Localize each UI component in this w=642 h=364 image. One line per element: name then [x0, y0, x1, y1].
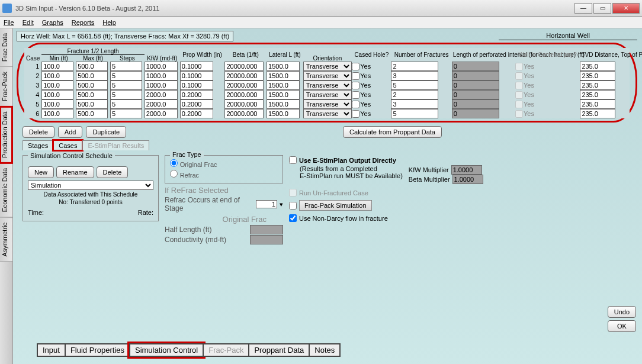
max-input[interactable]: [76, 71, 108, 80]
minimize-button[interactable]: —: [574, 3, 592, 14]
propw-input[interactable]: [180, 62, 213, 71]
btab-notes[interactable]: Notes: [309, 343, 341, 357]
sidetab-fracdata[interactable]: Frac Data: [0, 28, 12, 67]
numfrac-input[interactable]: [391, 62, 438, 71]
radio-original-frac[interactable]: Original Frac: [170, 159, 278, 169]
kfw-input[interactable]: [145, 62, 178, 71]
min-input[interactable]: [41, 109, 73, 118]
lateral-input[interactable]: [267, 71, 300, 80]
tvd-input[interactable]: [580, 99, 615, 109]
subtab-cases[interactable]: Cases: [53, 140, 82, 150]
lateral-input[interactable]: [267, 62, 300, 71]
cased-checkbox[interactable]: [352, 82, 359, 89]
maximize-button[interactable]: ▭: [593, 3, 611, 14]
numfrac-input[interactable]: [391, 99, 438, 109]
menu-edit[interactable]: Edit: [23, 19, 34, 26]
numfrac-input[interactable]: [391, 90, 438, 99]
steps-input[interactable]: [110, 62, 142, 71]
scs-select[interactable]: Simulation: [28, 181, 153, 190]
lateral-input[interactable]: [267, 109, 300, 118]
numfrac-input[interactable]: [391, 71, 438, 80]
undo-button[interactable]: Undo: [608, 306, 636, 318]
delete-button[interactable]: Delete: [23, 126, 54, 138]
kfw-input[interactable]: [145, 90, 178, 99]
propw-input[interactable]: [180, 80, 213, 90]
orientation-select[interactable]: Transverse: [303, 90, 352, 99]
btab-input[interactable]: Input: [37, 343, 66, 357]
tvd-input[interactable]: [580, 109, 615, 118]
cased-checkbox[interactable]: [352, 72, 359, 80]
tvd-input[interactable]: [580, 80, 615, 90]
numfrac-input[interactable]: [391, 109, 438, 118]
steps-input[interactable]: [110, 99, 142, 109]
scs-new-button[interactable]: New: [28, 166, 54, 178]
lateral-input[interactable]: [267, 80, 300, 90]
menu-help[interactable]: Help: [102, 19, 116, 26]
btab-fluid[interactable]: Fluid Properties: [65, 343, 130, 357]
nondarcy-checkbox[interactable]: [289, 214, 297, 222]
cased-checkbox[interactable]: [352, 110, 359, 118]
propw-input[interactable]: [180, 109, 213, 118]
cased-checkbox[interactable]: [352, 63, 359, 70]
sidetab-fracpack[interactable]: Frac-Pack: [0, 67, 12, 107]
min-input[interactable]: [41, 80, 73, 90]
max-input[interactable]: [76, 90, 108, 99]
beta-input[interactable]: [224, 80, 264, 90]
cased-checkbox[interactable]: [352, 101, 359, 108]
lateral-input[interactable]: [267, 99, 300, 109]
steps-input[interactable]: [110, 71, 142, 80]
orientation-select[interactable]: Transverse: [303, 71, 352, 80]
beta-input[interactable]: [224, 90, 264, 99]
min-input[interactable]: [41, 90, 73, 99]
add-button[interactable]: Add: [58, 126, 83, 138]
min-input[interactable]: [41, 99, 73, 109]
beta-mult-input[interactable]: [452, 175, 483, 184]
tvd-input[interactable]: [580, 62, 615, 71]
menu-graphs[interactable]: Graphs: [42, 19, 63, 26]
btab-proppant[interactable]: Proppant Data: [248, 343, 310, 357]
sidetab-production[interactable]: Production Data: [0, 107, 12, 163]
beta-input[interactable]: [224, 71, 264, 80]
radio-original-frac-input[interactable]: [170, 159, 178, 167]
subtab-stages[interactable]: Stages: [23, 140, 53, 150]
min-input[interactable]: [41, 71, 73, 80]
steps-input[interactable]: [110, 90, 142, 99]
fracpack-sim-checkbox[interactable]: [289, 202, 297, 210]
lateral-input[interactable]: [267, 90, 300, 99]
beta-input[interactable]: [224, 62, 264, 71]
duplicate-button[interactable]: Duplicate: [86, 126, 126, 138]
max-input[interactable]: [76, 109, 108, 118]
numfrac-input[interactable]: [391, 80, 438, 90]
sidetab-economic[interactable]: Economic Data: [0, 163, 12, 218]
orientation-select[interactable]: Transverse: [303, 109, 352, 118]
scs-delete-button[interactable]: Delete: [97, 166, 129, 178]
max-input[interactable]: [76, 62, 108, 71]
beta-input[interactable]: [224, 99, 264, 109]
scs-rename-button[interactable]: Rename: [56, 166, 94, 178]
subtab-estimresults[interactable]: E-StimPlan Results: [82, 140, 149, 150]
kfw-input[interactable]: [145, 71, 178, 80]
calc-proppant-button[interactable]: Calculate from Proppant Data: [343, 126, 442, 138]
kfw-mult-input[interactable]: [451, 165, 482, 175]
menu-reports[interactable]: Reports: [72, 19, 95, 26]
orientation-select[interactable]: Transverse: [303, 99, 352, 109]
propw-input[interactable]: [180, 71, 213, 80]
btab-simcontrol[interactable]: Simulation Control: [129, 343, 204, 357]
cased-checkbox[interactable]: [352, 91, 359, 99]
beta-input[interactable]: [224, 109, 264, 118]
propw-input[interactable]: [180, 99, 213, 109]
steps-input[interactable]: [110, 109, 142, 118]
tvd-input[interactable]: [580, 90, 615, 99]
propw-input[interactable]: [180, 90, 213, 99]
btab-fracpack[interactable]: Frac-Pack: [203, 343, 249, 357]
sidetab-asymmetric[interactable]: Asymmetric: [0, 218, 12, 262]
radio-refrac-input[interactable]: [170, 170, 178, 178]
spinner-icon[interactable]: ▾: [280, 201, 283, 208]
kfw-input[interactable]: [145, 99, 178, 109]
tvd-input[interactable]: [580, 71, 615, 80]
refrac-stage-input[interactable]: [256, 200, 277, 208]
kfw-input[interactable]: [145, 109, 178, 118]
min-input[interactable]: [41, 62, 73, 71]
max-input[interactable]: [76, 80, 108, 90]
menu-file[interactable]: File: [4, 19, 14, 26]
